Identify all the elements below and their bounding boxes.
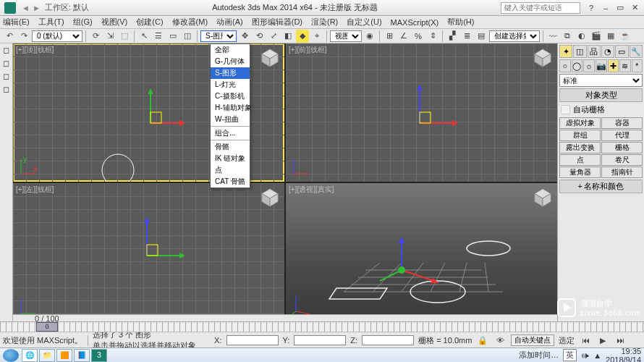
menu-help[interactable]: 帮助(H) bbox=[447, 17, 474, 28]
time-slider-thumb[interactable]: 0 bbox=[36, 322, 58, 332]
schematic-icon[interactable]: ⧉ bbox=[561, 30, 574, 43]
lt-1-icon[interactable]: ◻ bbox=[0, 43, 12, 56]
menu-render[interactable]: 渲染(R) bbox=[311, 17, 338, 28]
time-slider-range[interactable]: 0 / 100 bbox=[13, 314, 557, 321]
tray-icon[interactable]: 🕪 bbox=[581, 351, 589, 360]
ime-indicator[interactable]: 英 bbox=[563, 349, 577, 361]
center-icon[interactable]: ◉ bbox=[363, 30, 376, 43]
render-frame-icon[interactable]: ▦ bbox=[604, 30, 617, 43]
objtype-button[interactable]: 露出变换 bbox=[559, 142, 601, 153]
render-icon[interactable]: ☕ bbox=[619, 30, 632, 43]
task-chrome[interactable]: 🌐 bbox=[22, 349, 38, 362]
filter-item[interactable]: 全部 bbox=[211, 44, 250, 56]
filter-item[interactable]: W-扭曲 bbox=[211, 114, 250, 125]
start-button[interactable] bbox=[3, 349, 19, 362]
render-setup-icon[interactable]: 🎬 bbox=[590, 30, 603, 43]
subcategory-dropdown[interactable]: 标准 bbox=[559, 74, 643, 87]
select-icon[interactable]: ↖ bbox=[137, 30, 151, 43]
task-app1[interactable]: 🟧 bbox=[56, 349, 72, 362]
workspace-label[interactable]: 工作区: 默认 bbox=[45, 2, 89, 13]
vp-top-label[interactable]: [+][顶][线框] bbox=[16, 45, 54, 55]
ref-coord-icon[interactable]: ◧ bbox=[281, 30, 295, 43]
play-icon[interactable]: ▶ bbox=[596, 334, 609, 347]
viewcube-icon[interactable] bbox=[260, 188, 280, 208]
filter-item[interactable]: IK 链对象 bbox=[211, 153, 250, 164]
objtype-button[interactable]: 点 bbox=[559, 154, 601, 166]
filter-item[interactable]: G-几何体 bbox=[211, 56, 250, 67]
tab-hierarchy[interactable]: 品 bbox=[588, 45, 601, 58]
cat-cameras[interactable]: 📷 bbox=[596, 59, 607, 72]
objtype-button[interactable]: 卷尺 bbox=[601, 154, 643, 166]
vp-left-label[interactable]: [+][左][线框] bbox=[16, 185, 54, 195]
rollout-object-type[interactable]: 对象类型 bbox=[559, 88, 643, 102]
selkey-label[interactable]: 选定 bbox=[559, 335, 575, 346]
cat-lights[interactable]: ☼ bbox=[583, 59, 595, 72]
fwd-icon[interactable]: ► bbox=[33, 4, 41, 12]
objtype-button[interactable]: 容器 bbox=[601, 117, 643, 129]
selection-filter-menu[interactable]: 全部G-几何体S-图形L-灯光C-摄影机H-辅助对象W-扭曲组合...骨骼IK … bbox=[210, 43, 250, 188]
objtype-button[interactable]: 量角器 bbox=[559, 167, 601, 178]
clock-time[interactable]: 19:35 bbox=[606, 347, 641, 355]
menu-modifiers[interactable]: 修改器(M) bbox=[172, 17, 208, 28]
undo-icon[interactable]: ↶ bbox=[3, 30, 16, 43]
help-icon[interactable]: ? bbox=[586, 3, 596, 13]
close-icon[interactable]: ✕ bbox=[630, 3, 640, 13]
lock-icon[interactable]: 🔒 bbox=[476, 334, 489, 347]
unlink-icon[interactable]: ⇲ bbox=[103, 30, 116, 43]
coord-x-input[interactable] bbox=[226, 335, 279, 345]
menu-group[interactable]: 组(G) bbox=[73, 17, 93, 28]
viewport-left[interactable]: [+][左][线框] bbox=[13, 183, 284, 321]
objtype-button[interactable]: 栅格 bbox=[601, 142, 643, 153]
selection-filter-dropdown[interactable]: S-图形 bbox=[200, 30, 237, 42]
search-input[interactable] bbox=[501, 2, 580, 14]
filter-item[interactable]: CAT 骨骼 bbox=[211, 176, 250, 188]
prev-key-icon[interactable]: ⏮ bbox=[579, 334, 592, 347]
menu-maxscript[interactable]: MAXScript(X) bbox=[391, 18, 439, 27]
viewport-perspective[interactable]: [+][透视][真实] bbox=[286, 183, 557, 321]
move-gizmo[interactable] bbox=[394, 83, 459, 148]
coord-z-input[interactable] bbox=[362, 335, 414, 345]
cat-helpers[interactable]: ✚ bbox=[608, 59, 619, 72]
bind-icon[interactable]: ⬚ bbox=[118, 30, 131, 43]
menu-customize[interactable]: 自定义(U) bbox=[347, 17, 381, 28]
objtype-button[interactable]: 虚拟对象 bbox=[559, 117, 601, 129]
material-icon[interactable]: ◐ bbox=[575, 30, 588, 43]
percent-snap-icon[interactable]: % bbox=[412, 30, 425, 43]
filter-item[interactable]: C-摄影机 bbox=[211, 90, 250, 102]
selection-set-dropdown[interactable]: 0 (默认) bbox=[32, 30, 82, 42]
snap2-icon[interactable]: ⊞ bbox=[383, 30, 396, 43]
cat-shapes[interactable]: ◯ bbox=[572, 59, 583, 72]
angle-snap-icon[interactable]: ∠ bbox=[397, 30, 410, 43]
tab-create[interactable]: ✦ bbox=[559, 45, 572, 58]
timeline[interactable]: 0 bbox=[0, 322, 644, 332]
filter-item[interactable]: L-灯光 bbox=[211, 79, 250, 90]
named-sel-dropdown[interactable]: 创建选择集 bbox=[489, 30, 540, 42]
rotate-icon[interactable]: ⟲ bbox=[253, 30, 266, 43]
spinner-snap-icon[interactable]: ⇕ bbox=[426, 30, 439, 43]
cat-systems[interactable]: * bbox=[632, 59, 643, 72]
select-region-icon[interactable]: ▭ bbox=[166, 30, 179, 43]
lt-4-icon[interactable]: ◻ bbox=[0, 83, 12, 96]
addtime-label[interactable]: 添加时间… bbox=[519, 350, 559, 361]
filter-item[interactable]: H-辅助对象 bbox=[211, 102, 250, 114]
select-name-icon[interactable]: ☰ bbox=[152, 30, 165, 43]
objtype-button[interactable]: 指南针 bbox=[601, 167, 643, 178]
menu-create[interactable]: 创建(C) bbox=[136, 17, 163, 28]
move-icon[interactable]: ✥ bbox=[238, 30, 251, 43]
menu-tools[interactable]: 工具(T) bbox=[38, 17, 64, 28]
max-icon[interactable]: ▭ bbox=[615, 3, 625, 13]
redo-icon[interactable]: ↷ bbox=[17, 30, 30, 43]
filter-item[interactable]: 组合... bbox=[211, 127, 250, 139]
coord-y-input[interactable] bbox=[294, 335, 346, 345]
task-app2[interactable]: 📘 bbox=[74, 349, 90, 362]
link-icon[interactable]: ⟳ bbox=[89, 30, 102, 43]
filter-item[interactable]: S-图形 bbox=[211, 67, 250, 79]
move-gizmo[interactable] bbox=[129, 87, 187, 145]
menu-edit[interactable]: 编辑(E) bbox=[3, 17, 30, 28]
min-icon[interactable]: – bbox=[601, 3, 611, 13]
move-gizmo[interactable] bbox=[122, 216, 187, 281]
filter-item[interactable]: 点 bbox=[211, 164, 250, 176]
vp-front-label[interactable]: [+][前][线框] bbox=[289, 45, 327, 55]
align-icon[interactable]: ≣ bbox=[460, 30, 473, 43]
window-cross-icon[interactable]: ◫ bbox=[181, 30, 194, 43]
